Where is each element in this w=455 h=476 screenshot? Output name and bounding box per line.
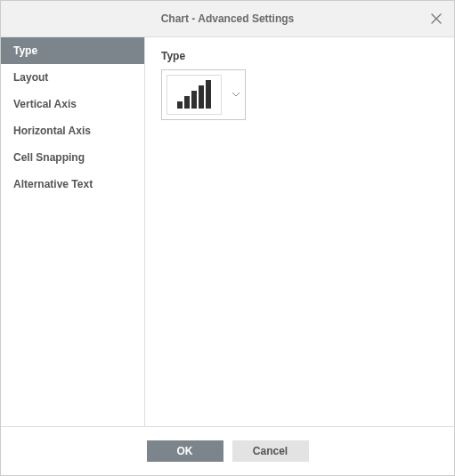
sidebar-item-label: Layout xyxy=(13,71,48,84)
sidebar-item-vertical-axis[interactable]: Vertical Axis xyxy=(1,91,144,117)
sidebar-item-cell-snapping[interactable]: Cell Snapping xyxy=(1,144,144,171)
sidebar-item-alternative-text[interactable]: Alternative Text xyxy=(1,171,144,198)
sidebar-item-layout[interactable]: Layout xyxy=(1,64,144,91)
type-field-label: Type xyxy=(161,50,438,62)
sidebar-item-label: Alternative Text xyxy=(13,178,93,190)
chevron-down-icon xyxy=(226,93,245,97)
bar-chart-icon xyxy=(167,75,222,115)
button-label: OK xyxy=(177,445,193,457)
sidebar-item-label: Horizontal Axis xyxy=(13,125,91,137)
advanced-settings-dialog: Chart - Advanced Settings Type Layout Ve… xyxy=(0,0,455,476)
settings-sidebar: Type Layout Vertical Axis Horizontal Axi… xyxy=(1,37,145,426)
dialog-titlebar: Chart - Advanced Settings xyxy=(1,1,454,37)
close-button[interactable] xyxy=(418,1,454,36)
sidebar-item-label: Vertical Axis xyxy=(13,98,77,110)
dialog-footer: OK Cancel xyxy=(1,426,454,475)
button-label: Cancel xyxy=(253,445,288,457)
sidebar-item-label: Type xyxy=(13,44,37,57)
sidebar-item-type[interactable]: Type xyxy=(1,37,144,64)
ok-button[interactable]: OK xyxy=(147,440,223,462)
settings-content: Type xyxy=(145,37,454,426)
sidebar-item-label: Cell Snapping xyxy=(13,151,85,164)
sidebar-item-horizontal-axis[interactable]: Horizontal Axis xyxy=(1,117,144,144)
dialog-body: Type Layout Vertical Axis Horizontal Axi… xyxy=(1,37,454,426)
close-icon xyxy=(431,11,442,27)
cancel-button[interactable]: Cancel xyxy=(232,440,309,462)
dialog-title: Chart - Advanced Settings xyxy=(161,12,295,25)
chart-type-picker[interactable] xyxy=(161,69,246,120)
